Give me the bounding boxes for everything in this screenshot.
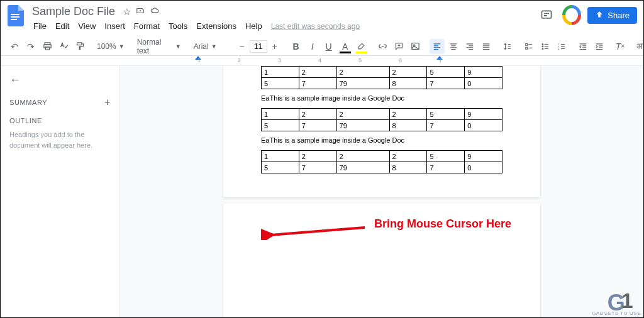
ruler-tick: 5	[358, 57, 362, 63]
table-3[interactable]: 122259 5779870	[261, 150, 502, 173]
clear-formatting-button[interactable]: T✕	[613, 39, 628, 54]
line-spacing-button[interactable]	[500, 39, 515, 54]
outline-label: OUTLINE	[9, 117, 111, 124]
last-edit-link[interactable]: Last edit was seconds ago	[271, 22, 360, 31]
numbered-list-button[interactable]: 123	[554, 39, 569, 54]
print-button[interactable]	[40, 39, 55, 54]
table-row: 5779870	[262, 78, 502, 89]
bold-button[interactable]: B	[289, 39, 304, 54]
menu-bar: File Edit View Insert Format Tools Exten…	[30, 20, 537, 32]
table-row: 5779870	[262, 162, 502, 173]
ruler-tick: 2	[238, 57, 241, 63]
svg-point-14	[542, 48, 543, 49]
font-size-value[interactable]: 11	[250, 40, 267, 53]
insert-link-button[interactable]	[375, 39, 391, 54]
table-1[interactable]: 122259 5779870	[261, 66, 502, 89]
ruler-tick: 6	[399, 57, 402, 63]
svg-rect-2	[11, 19, 17, 20]
share-button[interactable]: Share	[587, 7, 637, 24]
font-size-increase[interactable]: +	[267, 39, 282, 54]
align-left-button[interactable]	[430, 39, 445, 54]
title-block: Sample Doc File ☆ File Edit View Insert …	[30, 4, 537, 32]
menu-extensions[interactable]: Extensions	[192, 20, 240, 32]
meet-icon[interactable]	[562, 6, 581, 25]
annotation-text: Bring Mouse Cursor Here	[374, 217, 511, 231]
document-canvas[interactable]: 122259 5779870 EaThis is a sample image …	[120, 66, 643, 318]
ruler-tick: 3	[278, 57, 281, 63]
ruler-tick: 1	[197, 57, 201, 63]
input-tools-button[interactable]: अ▼	[635, 39, 644, 54]
share-label: Share	[608, 11, 630, 20]
menu-view[interactable]: View	[74, 20, 99, 32]
menu-tools[interactable]: Tools	[165, 20, 191, 32]
undo-button[interactable]: ↶	[7, 39, 22, 54]
doc-title[interactable]: Sample Doc File	[30, 4, 118, 19]
page-1[interactable]: 122259 5779870 EaThis is a sample image …	[223, 66, 540, 197]
svg-point-13	[542, 46, 543, 47]
svg-rect-0	[11, 14, 19, 15]
svg-text:3: 3	[558, 47, 560, 50]
watermark-logo: G GADGETS TO USE	[592, 295, 641, 316]
table-row: 122259	[262, 67, 502, 78]
font-size-decrease[interactable]: −	[235, 39, 250, 54]
menu-file[interactable]: File	[30, 20, 50, 32]
svg-rect-7	[77, 43, 82, 45]
align-center-button[interactable]	[446, 39, 461, 54]
underline-button[interactable]: U	[321, 39, 336, 54]
insert-image-button[interactable]	[408, 39, 423, 54]
header-right: Share	[537, 6, 637, 25]
page-2[interactable]: Bring Mouse Cursor Here	[223, 204, 540, 318]
table-row: 122259	[262, 109, 502, 120]
table-row: 122259	[262, 151, 502, 162]
redo-button[interactable]: ↷	[23, 39, 38, 54]
align-right-button[interactable]	[462, 39, 477, 54]
paint-format-button[interactable]	[72, 39, 87, 54]
increase-indent-button[interactable]	[592, 39, 607, 54]
move-icon[interactable]	[136, 6, 145, 17]
star-icon[interactable]: ☆	[123, 6, 131, 18]
svg-rect-10	[525, 43, 527, 45]
svg-rect-3	[542, 11, 552, 18]
workspace: ← SUMMARY + OUTLINE Headings you add to …	[1, 66, 643, 318]
add-comment-button[interactable]	[392, 39, 407, 54]
app-header: Sample Doc File ☆ File Edit View Insert …	[1, 1, 643, 37]
svg-rect-1	[11, 16, 19, 18]
paragraph-text[interactable]: EaThis is a sample image inside a Google…	[261, 136, 502, 144]
font-select[interactable]: Arial▼	[191, 40, 228, 53]
menu-help[interactable]: Help	[242, 20, 266, 32]
ruler[interactable]: 1 2 3 4 5 6 7	[1, 56, 643, 66]
toolbar: ↶ ↷ 100%▼ Normal text▼ Arial▼ − 11 + B I…	[1, 37, 643, 56]
comment-history-icon[interactable]	[537, 6, 556, 25]
outline-hint: Headings you add to the document will ap…	[9, 129, 111, 150]
svg-line-18	[270, 228, 365, 235]
zoom-select[interactable]: 100%▼	[94, 40, 128, 53]
ruler-tick: 4	[318, 57, 321, 63]
cloud-saved-icon[interactable]	[150, 6, 160, 17]
svg-point-12	[542, 43, 543, 45]
checklist-button[interactable]	[521, 39, 536, 54]
add-summary-button[interactable]: +	[104, 97, 111, 108]
text-color-button[interactable]: A	[338, 39, 353, 54]
decrease-indent-button[interactable]	[575, 39, 591, 54]
menu-format[interactable]: Format	[130, 20, 164, 32]
svg-rect-11	[525, 47, 527, 49]
font-size-stepper[interactable]: − 11 +	[235, 39, 282, 54]
menu-insert[interactable]: Insert	[101, 20, 129, 32]
bulleted-list-button[interactable]	[538, 39, 553, 54]
styles-select[interactable]: Normal text▼	[134, 40, 184, 53]
menu-edit[interactable]: Edit	[52, 20, 73, 32]
summary-label: SUMMARY	[9, 99, 47, 106]
outline-close-icon[interactable]: ←	[9, 74, 111, 87]
highlight-button[interactable]	[354, 39, 369, 54]
ruler-tick: 7	[439, 57, 442, 63]
annotation-arrow-icon	[261, 221, 368, 240]
docs-logo[interactable]	[4, 4, 27, 27]
italic-button[interactable]: I	[305, 39, 320, 54]
spellcheck-button[interactable]	[56, 39, 71, 54]
table-row: 5779870	[262, 120, 502, 131]
paragraph-text[interactable]: EaThis is a sample image inside a Google…	[261, 94, 502, 102]
outline-panel: ← SUMMARY + OUTLINE Headings you add to …	[1, 66, 120, 318]
align-justify-button[interactable]	[479, 39, 494, 54]
table-2[interactable]: 122259 5779870	[261, 108, 502, 131]
